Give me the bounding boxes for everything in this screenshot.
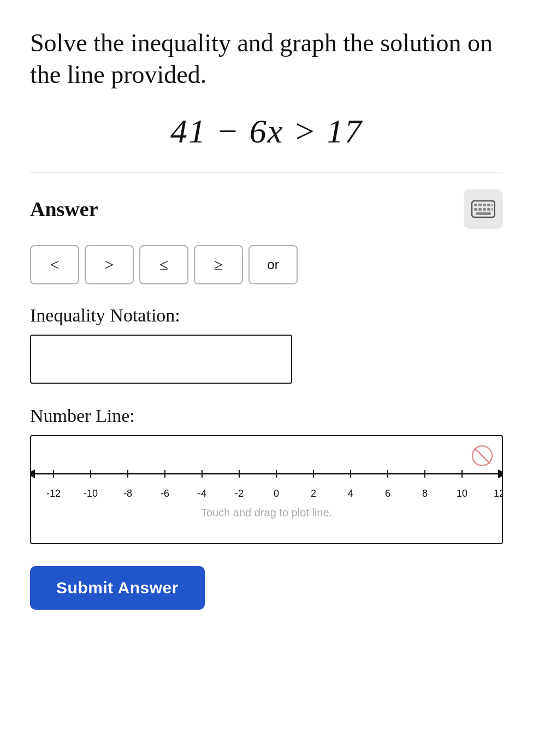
svg-line-13 [475,448,490,463]
svg-rect-5 [491,204,493,206]
svg-rect-9 [487,208,490,211]
svg-text:10: 10 [457,488,467,499]
svg-rect-11 [476,212,491,215]
number-line-hint: Touch and drag to plot line. [201,507,332,519]
svg-rect-10 [491,208,493,211]
number-line-box[interactable]: -12 -10 -8 -6 -4 -2 0 2 4 6 8 10 12 Touc… [30,435,503,544]
number-line-label: Number Line: [30,406,503,426]
inequality-notation-input[interactable] [30,335,292,384]
page: Solve the inequality and graph the solut… [0,0,533,756]
svg-text:4: 4 [348,488,353,499]
svg-text:0: 0 [274,488,279,499]
equation-text: 41 − 6x > 17 [170,112,363,150]
svg-text:6: 6 [385,488,390,499]
svg-rect-1 [474,204,477,206]
svg-text:-6: -6 [161,488,169,499]
number-line-svg-container: -12 -10 -8 -6 -4 -2 0 2 4 6 8 10 12 Touc… [31,463,502,519]
svg-text:-2: -2 [235,488,244,499]
svg-rect-3 [483,204,486,206]
number-line-labels: -12 -10 -8 -6 -4 -2 0 2 4 6 8 10 12 [30,486,503,501]
answer-section: Answer [30,172,503,610]
svg-rect-6 [474,208,477,211]
number-line-svg [30,463,503,485]
svg-text:-4: -4 [198,488,206,499]
greater-than-button[interactable]: > [85,245,134,284]
answer-header: Answer [30,189,503,229]
symbol-buttons-row: < > ≤ ≥ or [30,245,503,284]
svg-text:12: 12 [494,488,503,499]
equation: 41 − 6x > 17 [170,112,363,151]
svg-text:-12: -12 [46,488,61,499]
keyboard-toggle-button[interactable] [464,189,503,229]
problem-title: Solve the inequality and graph the solut… [30,27,503,90]
svg-text:-8: -8 [123,488,132,499]
svg-rect-2 [478,204,482,206]
svg-text:2: 2 [311,488,316,499]
submit-answer-button[interactable]: Submit Answer [30,566,205,610]
equation-container: 41 − 6x > 17 [30,112,503,151]
svg-rect-7 [478,208,482,211]
greater-equal-button[interactable]: ≥ [194,245,243,284]
or-button[interactable]: or [248,245,298,284]
svg-text:8: 8 [422,488,428,499]
inequality-notation-label: Inequality Notation: [30,305,503,326]
answer-label: Answer [30,197,98,221]
less-equal-button[interactable]: ≤ [139,245,188,284]
svg-rect-4 [487,204,490,206]
keyboard-icon [471,200,495,218]
less-than-button[interactable]: < [30,245,79,284]
svg-rect-8 [483,208,486,211]
svg-text:-10: -10 [84,488,98,499]
